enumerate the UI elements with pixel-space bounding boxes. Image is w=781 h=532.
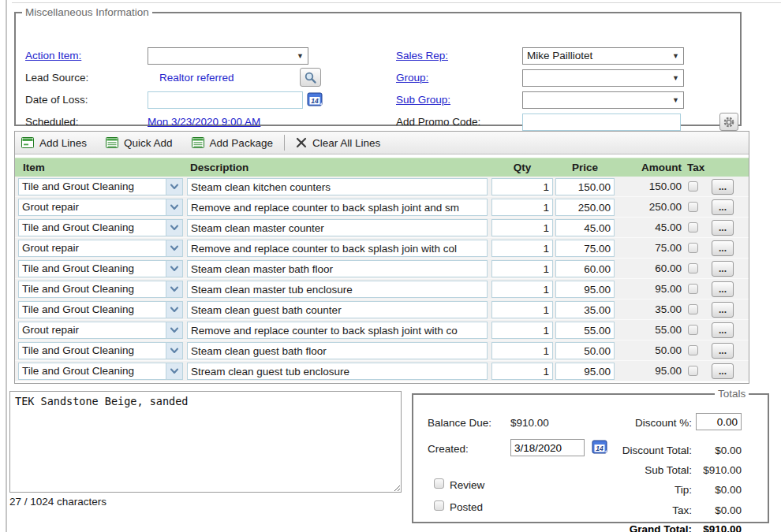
qty-input[interactable] [491, 342, 553, 359]
item-combobox[interactable]: Tile and Grout Cleaning [18, 301, 183, 318]
tax-checkbox[interactable] [688, 263, 698, 273]
quick-add-button[interactable]: Quick Add [106, 137, 173, 149]
qty-input[interactable] [491, 178, 553, 195]
description-input[interactable] [187, 301, 488, 318]
item-combobox[interactable]: Tile and Grout Cleaning [18, 342, 183, 359]
tax-checkbox[interactable] [688, 202, 698, 212]
qty-input[interactable] [491, 301, 553, 318]
created-date-input[interactable] [510, 439, 585, 456]
chevron-down-icon[interactable] [166, 219, 183, 236]
add-package-button[interactable]: Add Package [192, 137, 273, 149]
row-options-button[interactable]: ... [712, 302, 734, 318]
item-combobox[interactable]: Tile and Grout Cleaning [18, 219, 183, 236]
row-options-button[interactable]: ... [712, 343, 734, 359]
item-combobox[interactable]: Tile and Grout Cleaning [18, 178, 183, 195]
discount-pct-input[interactable] [696, 413, 742, 430]
line-item-row: Grout repair 75.00 ... [15, 238, 749, 259]
price-input[interactable] [555, 322, 615, 339]
row-options-button[interactable]: ... [712, 179, 734, 195]
clear-all-lines-button[interactable]: Clear All Lines [296, 137, 380, 149]
qty-input[interactable] [491, 363, 553, 380]
review-checkbox[interactable] [434, 478, 444, 489]
price-input[interactable] [555, 363, 615, 380]
description-input[interactable] [187, 178, 488, 195]
lead-source-value[interactable]: Realtor referred [159, 72, 234, 84]
chevron-down-icon[interactable] [166, 322, 183, 339]
line-items-body: Tile and Grout Cleaning 150.00 ... Grout… [15, 177, 749, 381]
scheduled-link[interactable]: Mon 3/23/2020 9:00 AM [148, 116, 260, 128]
tax-checkbox[interactable] [688, 243, 698, 253]
sub-group-select[interactable] [522, 91, 684, 109]
chevron-down-icon[interactable] [166, 260, 183, 277]
description-input[interactable] [187, 219, 488, 236]
price-input[interactable] [555, 199, 615, 216]
chevron-down-icon[interactable] [166, 342, 183, 359]
item-combobox[interactable]: Tile and Grout Cleaning [18, 281, 183, 298]
row-options-button[interactable]: ... [712, 240, 734, 256]
group-link[interactable]: Group: [396, 72, 428, 84]
qty-input[interactable] [491, 219, 553, 236]
row-options-button[interactable]: ... [712, 220, 734, 236]
chevron-down-icon[interactable] [166, 178, 183, 195]
sales-rep-link[interactable]: Sales Rep: [396, 50, 448, 61]
chevron-down-icon[interactable] [166, 199, 183, 216]
sub-group-link[interactable]: Sub Group: [396, 94, 450, 106]
chevron-down-icon[interactable] [166, 363, 183, 380]
qty-input[interactable] [491, 240, 553, 257]
qty-input[interactable] [491, 281, 553, 298]
search-icon [304, 71, 317, 84]
description-input[interactable] [187, 363, 488, 380]
group-select[interactable] [522, 69, 684, 87]
item-combobox[interactable]: Grout repair [18, 240, 183, 257]
tax-checkbox[interactable] [688, 345, 698, 355]
posted-checkbox[interactable] [434, 500, 444, 511]
chevron-down-icon[interactable] [166, 301, 183, 318]
tax-checkbox[interactable] [688, 222, 698, 233]
amount-value: 50.00 [617, 340, 682, 361]
price-input[interactable] [555, 219, 615, 236]
date-of-loss-input[interactable] [148, 91, 303, 109]
discount-pct-label: Discount %: [581, 417, 692, 429]
description-input[interactable] [187, 199, 488, 216]
description-input[interactable] [187, 260, 488, 277]
price-input[interactable] [555, 240, 615, 257]
row-options-button[interactable]: ... [712, 261, 734, 277]
item-value: Tile and Grout Cleaning [18, 342, 166, 359]
item-combobox[interactable]: Tile and Grout Cleaning [18, 260, 183, 277]
row-options-button[interactable]: ... [712, 363, 734, 379]
tax-checkbox[interactable] [688, 284, 698, 294]
chevron-down-icon[interactable] [166, 281, 183, 298]
row-options-button[interactable]: ... [712, 281, 734, 297]
chevron-down-icon[interactable] [166, 240, 183, 257]
sales-rep-select[interactable]: Mike Pailliotet [522, 47, 684, 65]
item-combobox[interactable]: Grout repair [18, 322, 183, 339]
qty-input[interactable] [491, 199, 553, 216]
description-input[interactable] [187, 281, 488, 298]
qty-input[interactable] [491, 260, 553, 277]
tax-checkbox[interactable] [688, 181, 698, 192]
item-combobox[interactable]: Tile and Grout Cleaning [18, 363, 183, 380]
action-item-select[interactable] [148, 47, 308, 65]
lead-source-search-button[interactable] [300, 68, 321, 87]
tax-checkbox[interactable] [688, 304, 698, 314]
price-input[interactable] [555, 301, 615, 318]
price-input[interactable] [555, 342, 615, 359]
qty-input[interactable] [491, 322, 553, 339]
price-input[interactable] [555, 178, 615, 195]
item-combobox[interactable]: Grout repair [18, 199, 183, 216]
action-item-link[interactable]: Action Item: [25, 50, 81, 61]
promo-code-input[interactable] [522, 113, 681, 131]
price-input[interactable] [555, 260, 615, 277]
description-input[interactable] [187, 240, 488, 257]
description-input[interactable] [187, 342, 488, 359]
row-options-button[interactable]: ... [712, 322, 734, 338]
row-options-button[interactable]: ... [712, 199, 734, 215]
description-input[interactable] [187, 322, 488, 339]
tax-checkbox[interactable] [688, 325, 698, 335]
tax-checkbox[interactable] [688, 366, 698, 376]
promo-apply-button[interactable] [719, 113, 738, 131]
date-of-loss-calendar-icon[interactable]: 14 [307, 91, 323, 110]
add-lines-button[interactable]: Add Lines [21, 137, 87, 149]
notes-textarea[interactable]: TEK Sandstone Beige, sanded [9, 391, 402, 493]
price-input[interactable] [555, 281, 615, 298]
